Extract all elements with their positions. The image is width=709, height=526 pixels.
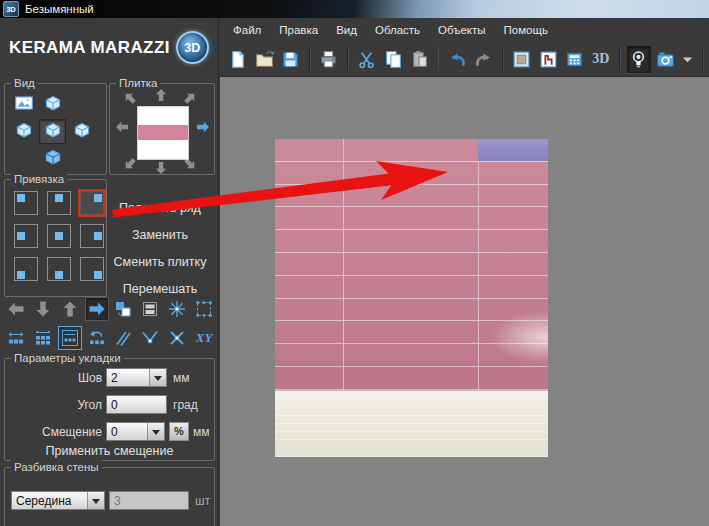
menu-area[interactable]: Область xyxy=(366,20,429,40)
snap-tc-button[interactable] xyxy=(47,191,71,215)
undo-row-button[interactable] xyxy=(85,326,109,350)
freeze-button[interactable] xyxy=(165,297,189,321)
move-left-button[interactable] xyxy=(4,297,28,321)
tile-arrow-up-right-button[interactable] xyxy=(182,90,198,106)
wall-split-dropdown-icon[interactable] xyxy=(87,492,104,509)
wall-split-count-input[interactable]: 3 xyxy=(109,491,189,510)
cross-button[interactable] xyxy=(165,326,189,350)
move-right-button[interactable] xyxy=(85,297,109,321)
snap-ml-button[interactable] xyxy=(14,224,38,248)
menu-view[interactable]: Вид xyxy=(327,20,366,40)
tile-panel: Плитка xyxy=(109,83,215,175)
tile-arrow-up-button[interactable] xyxy=(153,87,169,103)
move-down-button[interactable] xyxy=(31,297,55,321)
shuffle-button[interactable]: Перемешать xyxy=(107,279,213,299)
percent-toggle-button[interactable]: % xyxy=(169,422,189,441)
parallel-lines-button[interactable] xyxy=(112,326,136,350)
snap-mr-button[interactable] xyxy=(80,224,104,248)
open-folder-icon xyxy=(254,49,275,70)
mode-3d-button[interactable]: 3D xyxy=(589,46,613,73)
offset-dropdown-icon[interactable] xyxy=(147,423,164,440)
rows-layout-button[interactable] xyxy=(138,297,162,321)
new-file-button[interactable] xyxy=(226,46,250,73)
print-button[interactable] xyxy=(317,46,341,73)
snap-bl-button[interactable] xyxy=(14,257,38,281)
angle-input[interactable]: 0 xyxy=(106,395,167,414)
offset-combo[interactable]: 0 xyxy=(106,422,165,441)
toolbar-separator xyxy=(502,47,504,71)
wall-pink-tiles[interactable] xyxy=(275,139,548,390)
view-right-button[interactable] xyxy=(68,119,95,144)
menu-objects[interactable]: Объекты xyxy=(429,20,494,40)
toolbar-separator xyxy=(347,47,349,71)
cut-button[interactable] xyxy=(355,46,379,73)
snap-tr-button[interactable] xyxy=(80,191,104,215)
selection-icon xyxy=(194,299,214,319)
material-icon xyxy=(511,49,532,70)
wall-split-mode-combo[interactable]: Середина xyxy=(11,491,105,510)
menu-edit[interactable]: Правка xyxy=(270,20,327,40)
view-front-button[interactable] xyxy=(39,119,66,144)
undo-button[interactable] xyxy=(445,46,469,73)
titlebar: 3D Безымянный xyxy=(0,0,709,18)
view-panel-label: Вид xyxy=(11,76,38,90)
screenshot-menu-button[interactable] xyxy=(679,46,696,73)
shift-grid-button[interactable] xyxy=(31,326,55,350)
framed-tiles-icon xyxy=(60,328,80,348)
wall-accent-tile[interactable] xyxy=(478,139,548,161)
wall-split-mode-value: Середина xyxy=(12,492,87,509)
view-photo-button[interactable] xyxy=(10,92,37,117)
replace-button[interactable]: Заменить xyxy=(107,225,213,245)
lighting-button[interactable] xyxy=(627,46,651,73)
move-up-button[interactable] xyxy=(58,297,82,321)
materials-button[interactable] xyxy=(510,46,534,73)
snap-grid xyxy=(14,191,104,281)
apply-offset-button[interactable]: Применить смещение xyxy=(5,441,214,461)
open-file-button[interactable] xyxy=(252,46,276,73)
estimate-button[interactable] xyxy=(562,46,586,73)
tiled-wall[interactable] xyxy=(275,139,548,457)
snap-tl-button[interactable] xyxy=(14,191,38,215)
cube-icon xyxy=(42,119,64,144)
redo-button[interactable] xyxy=(472,46,496,73)
snap-dot xyxy=(55,194,63,202)
objects-button[interactable] xyxy=(536,46,560,73)
view-top-button[interactable] xyxy=(39,92,66,117)
wall-bottom-tiles[interactable] xyxy=(275,390,548,457)
tile-arrow-down-left-button[interactable] xyxy=(122,156,138,172)
view-bottom-button[interactable] xyxy=(39,146,66,171)
shift-row-button[interactable] xyxy=(4,326,28,350)
change-tile-button[interactable]: Сменить плитку xyxy=(107,252,213,272)
select-area-button[interactable] xyxy=(192,297,216,321)
menu-help[interactable]: Помощь xyxy=(495,20,557,40)
tile-arrow-right-button[interactable] xyxy=(195,119,211,135)
tile-arrow-down-button[interactable] xyxy=(153,160,169,176)
tile-arrow-up-left-button[interactable] xyxy=(122,90,138,106)
angle-label: Угол xyxy=(5,398,102,412)
snap-bc-button[interactable] xyxy=(47,257,71,281)
paste-button[interactable] xyxy=(407,46,431,73)
seam-dropdown-icon[interactable] xyxy=(149,369,166,386)
screenshot-button[interactable] xyxy=(653,46,677,73)
save-button[interactable] xyxy=(279,46,303,73)
wall-split-count-value: 3 xyxy=(110,492,188,509)
copy-button[interactable] xyxy=(381,46,405,73)
wall-split-label: Разбивка стены xyxy=(11,460,102,474)
seam-combo[interactable]: 2 xyxy=(106,368,167,387)
block-arrow-down-icon xyxy=(153,160,169,176)
redo-icon xyxy=(473,49,494,70)
xy-coords-button[interactable]: XY xyxy=(192,326,216,350)
tile-arrow-left-button[interactable] xyxy=(114,119,130,135)
lay-row-button[interactable]: Положить ряд xyxy=(107,198,213,218)
arrow-icon xyxy=(60,299,80,319)
menu-file[interactable]: Файл xyxy=(224,20,270,40)
snap-br-button[interactable] xyxy=(80,257,104,281)
corner-join-button[interactable] xyxy=(138,326,162,350)
seam-value: 2 xyxy=(107,369,149,386)
block-arrow-right-icon xyxy=(195,119,211,135)
move-copy-button[interactable] xyxy=(112,297,136,321)
offset-value: 0 xyxy=(107,423,147,440)
view-left-button[interactable] xyxy=(10,119,37,144)
fill-area-button[interactable] xyxy=(58,326,82,350)
snap-mc-button[interactable] xyxy=(47,224,71,248)
